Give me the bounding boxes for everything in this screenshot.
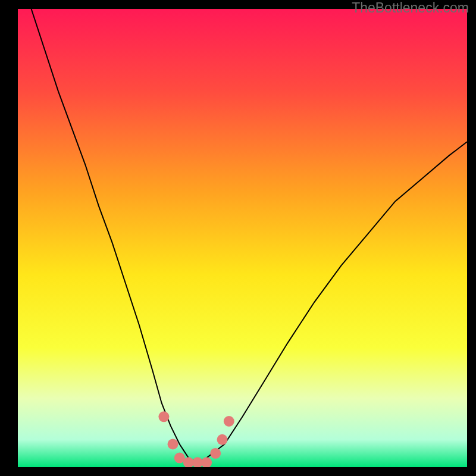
gradient-background [18,9,467,467]
marker-dot [158,411,169,422]
bottleneck-chart [18,9,467,467]
marker-dot [217,434,228,445]
marker-dot [210,448,221,459]
marker-dot [168,439,178,450]
marker-dot [224,416,234,427]
chart-frame [18,9,467,467]
watermark-text: TheBottleneck.com [352,0,469,16]
